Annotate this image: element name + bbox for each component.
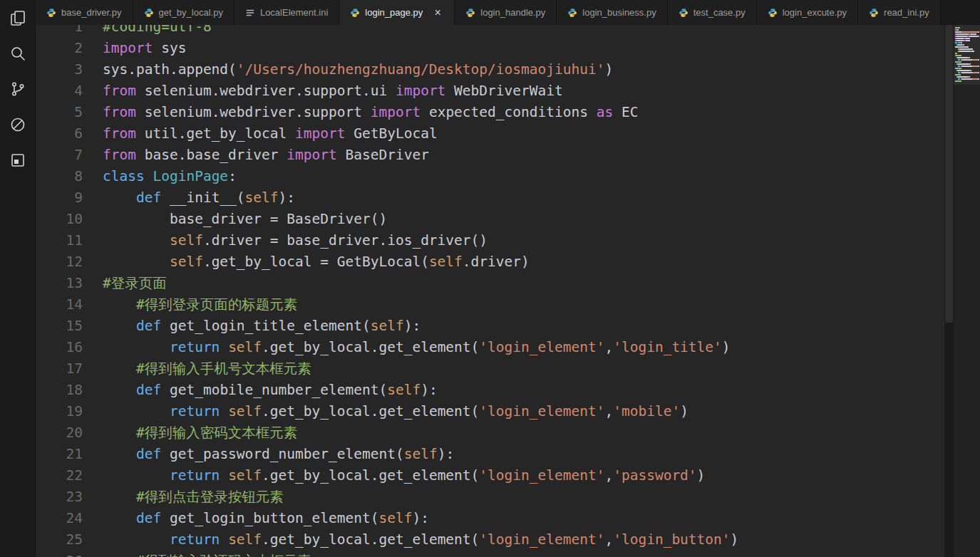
line-number[interactable]: 2: [36, 38, 83, 59]
code-line: 14 #得到登录页面的标题元素: [36, 294, 944, 316]
code-token: ):: [404, 318, 421, 334]
vertical-scrollbar[interactable]: [944, 25, 954, 557]
line-number[interactable]: 21: [36, 444, 83, 465]
tab-get_by_local.py[interactable]: get_by_local.py: [133, 0, 234, 25]
line-number[interactable]: 22: [36, 465, 83, 486]
code-text[interactable]: self.get_by_local = GetByLocal(self.driv…: [83, 251, 530, 273]
code-token: .driver): [463, 254, 530, 270]
tab-base_driver.py[interactable]: base_driver.py: [36, 0, 133, 25]
code-token: from: [103, 104, 136, 120]
code-token: #得到点击登录按钮元素: [103, 489, 284, 505]
tab-label: read_ini.py: [884, 7, 929, 18]
line-number[interactable]: 19: [36, 401, 83, 422]
code-line: 11 self.driver = base_driver.ios_driver(…: [36, 230, 944, 251]
line-number[interactable]: 4: [36, 80, 83, 102]
code-text[interactable]: return self.get_by_local.get_element('lo…: [83, 529, 738, 551]
code-text[interactable]: self.driver = base_driver.ios_driver(): [83, 230, 488, 251]
scrollbar-thumb[interactable]: [945, 25, 953, 323]
line-number[interactable]: 20: [36, 422, 83, 444]
code-area[interactable]: 1#coding=utf-82import sys3sys.path.appen…: [36, 25, 944, 557]
code-token: get_mobile_number_element(: [161, 382, 387, 398]
tab-close-icon[interactable]: ×: [432, 7, 443, 19]
code-text[interactable]: #coding=utf-8: [83, 25, 212, 38]
code-token: sys.path.append(: [103, 61, 237, 78]
code-text[interactable]: #得到点击登录按钮元素: [83, 486, 284, 508]
line-number[interactable]: 18: [36, 380, 83, 401]
line-number[interactable]: 14: [36, 294, 83, 316]
code-line: 22 return self.get_by_local.get_element(…: [36, 465, 944, 486]
code-text[interactable]: base_driver = BaseDriver(): [83, 209, 387, 230]
line-number[interactable]: 12: [36, 251, 83, 273]
line-number[interactable]: 11: [36, 230, 83, 251]
code-text[interactable]: def get_password_number_element(self):: [83, 444, 454, 465]
line-number[interactable]: 7: [36, 145, 83, 166]
code-text[interactable]: def get_mobile_number_element(self):: [83, 380, 438, 401]
code-text[interactable]: def __init__(self):: [83, 187, 295, 209]
files-icon: [9, 9, 26, 26]
files-button[interactable]: [0, 0, 35, 36]
tab-LocalElement.ini[interactable]: LocalElement.ini: [234, 0, 339, 25]
code-text[interactable]: #得到输入手机号文本框元素: [83, 358, 311, 380]
code-line: 26 #得到输入验证码文本框元素: [36, 551, 944, 557]
line-number[interactable]: 1: [36, 25, 83, 38]
code-text[interactable]: def get_login_title_element(self):: [83, 316, 421, 337]
code-line: 6from util.get_by_local import GetByLoca…: [36, 123, 944, 145]
code-text[interactable]: return self.get_by_local.get_element('lo…: [83, 465, 705, 486]
code-text[interactable]: #得到输入密码文本框元素: [83, 422, 297, 444]
line-number[interactable]: 16: [36, 337, 83, 358]
tab-test_case.py[interactable]: test_case.py: [668, 0, 757, 25]
line-number[interactable]: 5: [36, 102, 83, 123]
code-text[interactable]: from selenium.webdriver.support.ui impor…: [83, 80, 563, 102]
layout-button[interactable]: [0, 142, 35, 178]
code-text[interactable]: import sys: [83, 38, 186, 59]
line-number[interactable]: 15: [36, 316, 83, 337]
code-text[interactable]: from base.base_driver import BaseDriver: [83, 145, 429, 166]
line-number[interactable]: 13: [36, 273, 83, 294]
line-number[interactable]: 6: [36, 123, 83, 145]
code-token: def: [136, 510, 161, 526]
circle-slash-button[interactable]: [0, 107, 35, 142]
tab-label: base_driver.py: [61, 7, 122, 18]
code-text[interactable]: from util.get_by_local import GetByLocal: [83, 123, 438, 145]
code-line: 5from selenium.webdriver.support import …: [36, 102, 944, 123]
code-line: 20 #得到输入密码文本框元素: [36, 422, 944, 444]
line-number[interactable]: 26: [36, 551, 83, 557]
line-number[interactable]: 3: [36, 59, 83, 80]
line-number[interactable]: 24: [36, 508, 83, 529]
code-text[interactable]: from selenium.webdriver.support import e…: [83, 102, 638, 123]
tab-login_page.py[interactable]: login_page.py×: [339, 0, 455, 25]
source-control-button[interactable]: [0, 71, 35, 107]
code-scroll-region[interactable]: 1#coding=utf-82import sys3sys.path.appen…: [36, 25, 944, 557]
code-token: ,: [604, 339, 613, 355]
tab-login_business.py[interactable]: login_business.py: [557, 0, 667, 25]
line-number[interactable]: 23: [36, 486, 83, 508]
code-token: GetByLocal: [345, 125, 437, 142]
code-text[interactable]: #得到登录页面的标题元素: [83, 294, 297, 316]
code-token: import: [371, 104, 421, 120]
code-token: [220, 531, 228, 548]
line-number[interactable]: 8: [36, 166, 83, 187]
minimap[interactable]: [954, 25, 980, 557]
code-text[interactable]: class LoginPage:: [83, 166, 237, 187]
code-token: .get_by_local.get_element(: [262, 403, 479, 420]
code-line: 25 return self.get_by_local.get_element(…: [36, 529, 944, 551]
code-token: expected_conditions: [421, 104, 597, 120]
code-line: 4from selenium.webdriver.support.ui impo…: [36, 80, 944, 102]
code-token: base.base_driver: [136, 147, 287, 163]
search-button[interactable]: [0, 36, 35, 71]
line-number[interactable]: 9: [36, 187, 83, 209]
code-text[interactable]: #得到输入验证码文本框元素: [83, 551, 311, 557]
line-number[interactable]: 25: [36, 529, 83, 551]
code-token: [103, 467, 170, 484]
line-number[interactable]: 17: [36, 358, 83, 380]
code-text[interactable]: return self.get_by_local.get_element('lo…: [83, 401, 688, 422]
tab-read_ini.py[interactable]: read_ini.py: [858, 0, 941, 25]
tab-login_excute.py[interactable]: login_excute.py: [757, 0, 858, 25]
tab-login_handle.py[interactable]: login_handle.py: [455, 0, 557, 25]
code-text[interactable]: def get_login_button_element(self):: [83, 508, 429, 529]
code-text[interactable]: #登录页面: [83, 273, 167, 294]
code-text[interactable]: return self.get_by_local.get_element('lo…: [83, 337, 731, 358]
editor-main: base_driver.pyget_by_local.pyLocalElemen…: [36, 0, 980, 557]
line-number[interactable]: 10: [36, 209, 83, 230]
code-text[interactable]: sys.path.append('/Users/houzhengzhuang/D…: [83, 59, 613, 80]
